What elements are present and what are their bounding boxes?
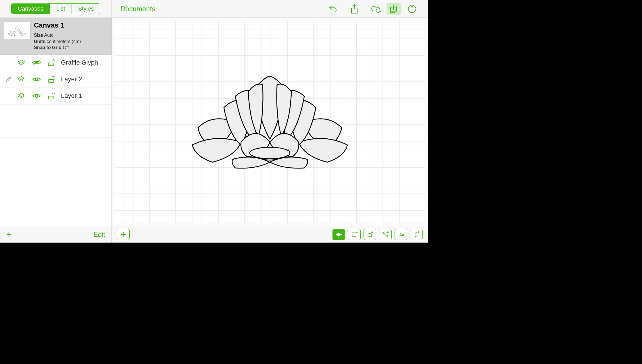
rectangle-tool-button[interactable]: +: [348, 229, 361, 240]
visibility-visible-icon[interactable]: [28, 76, 45, 83]
freehand-tool-button[interactable]: +: [364, 229, 376, 240]
layer-row[interactable]: Layer 2: [0, 71, 112, 88]
topbar: Documents: [112, 0, 428, 18]
tool-bar: + + + Aa +: [112, 226, 428, 243]
svg-point-27: [383, 232, 384, 233]
selection-tool-button[interactable]: [332, 229, 345, 240]
canvas-title: Canvas 1: [34, 21, 107, 29]
sidebar-footer: + Edit: [0, 226, 112, 243]
visibility-hidden-icon[interactable]: [28, 59, 45, 66]
svg-text:Aa: Aa: [399, 233, 404, 237]
edit-button[interactable]: Edit: [93, 231, 105, 239]
svg-marker-0: [18, 60, 24, 63]
editing-pencil-icon[interactable]: [3, 76, 14, 82]
drawing-canvas[interactable]: [115, 21, 425, 223]
canvas-viewport[interactable]: [112, 18, 428, 226]
svg-text:+: +: [387, 231, 389, 234]
layers-stack-icon[interactable]: [14, 59, 28, 67]
sidebar-tabs: Canvases List Styles: [11, 3, 101, 14]
tab-styles[interactable]: Styles: [72, 4, 100, 14]
add-shape-button[interactable]: [117, 229, 130, 240]
unlock-icon[interactable]: [45, 75, 59, 83]
svg-text:+: +: [356, 231, 357, 234]
lotus-drawing: [189, 70, 350, 174]
svg-point-15: [412, 6, 413, 7]
layer-name: Layer 2: [59, 75, 109, 83]
layer-name: Graffle Glyph: [59, 59, 109, 66]
canvases-panel-icon[interactable]: [387, 3, 401, 15]
svg-marker-7: [18, 93, 24, 97]
share-icon[interactable]: [344, 3, 365, 15]
touch-tool-button[interactable]: +: [410, 229, 423, 240]
svg-point-8: [35, 95, 38, 97]
text-tool-button[interactable]: Aa: [395, 229, 407, 240]
main-area: Documents: [112, 0, 428, 243]
unlock-icon[interactable]: [45, 92, 59, 100]
svg-line-28: [384, 233, 387, 236]
svg-marker-29: [387, 235, 388, 237]
canvas-card[interactable]: Canvas 1 Size Auto Units centimeters (cm…: [0, 18, 112, 55]
svg-rect-24: [352, 233, 356, 236]
tab-list[interactable]: List: [50, 4, 72, 14]
sidebar-tabs-header: Canvases List Styles: [0, 0, 112, 18]
visibility-visible-icon[interactable]: [28, 92, 45, 99]
undo-icon[interactable]: [323, 3, 344, 15]
sidebar: Canvases List Styles Canvas 1: [0, 0, 112, 243]
info-icon[interactable]: [401, 3, 423, 15]
svg-text:+: +: [372, 231, 373, 234]
svg-rect-3: [49, 63, 54, 66]
empty-row: [0, 121, 112, 138]
layers-stack-icon[interactable]: [14, 92, 28, 100]
tab-canvases[interactable]: Canvases: [11, 4, 50, 14]
svg-marker-4: [18, 77, 24, 80]
layers-list: Graffle Glyph: [0, 55, 112, 226]
line-tool-button[interactable]: +: [379, 229, 392, 240]
canvas-meta: Size Auto Units centimeters (cm) Snap to…: [34, 32, 107, 51]
add-button[interactable]: +: [6, 230, 11, 239]
svg-point-19: [337, 233, 340, 236]
svg-text:+: +: [418, 231, 419, 233]
empty-row: [0, 104, 112, 121]
canvas-thumbnail: [4, 21, 30, 39]
svg-rect-9: [49, 96, 54, 99]
layer-name: Layer 1: [59, 92, 109, 100]
canvas-card-text: Canvas 1 Size Auto Units centimeters (cm…: [34, 21, 107, 51]
layer-row[interactable]: Layer 1: [0, 88, 112, 104]
unlock-icon[interactable]: [45, 59, 59, 66]
svg-rect-11: [392, 6, 397, 11]
documents-button[interactable]: Documents: [117, 5, 159, 13]
svg-point-5: [35, 78, 38, 80]
layer-row[interactable]: Graffle Glyph: [0, 55, 112, 71]
svg-rect-6: [49, 80, 54, 82]
layers-stack-icon[interactable]: [14, 75, 28, 83]
sync-cloud-icon[interactable]: [365, 3, 387, 15]
